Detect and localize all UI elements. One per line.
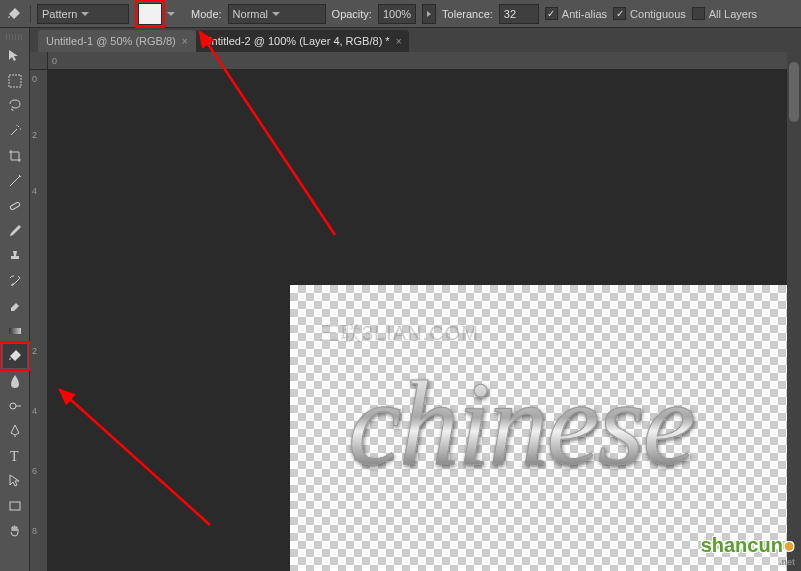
- paint-bucket-tool[interactable]: [3, 344, 27, 368]
- workspace: 0 18 0 2 4 2 4 6 8 三联3LIAN.COM chinese: [30, 52, 801, 571]
- svg-point-3: [10, 403, 16, 409]
- tab-untitled-2[interactable]: Untitled-2 @ 100% (Layer 4, RGB/8) * ×: [196, 30, 410, 52]
- text-tool[interactable]: T: [3, 444, 27, 468]
- move-tool[interactable]: [3, 44, 27, 68]
- document-area: Untitled-1 @ 50% (RGB/8) × Untitled-2 @ …: [30, 28, 801, 571]
- pen-tool[interactable]: [3, 419, 27, 443]
- opacity-flyout[interactable]: [422, 4, 436, 24]
- close-icon[interactable]: ×: [182, 36, 188, 47]
- brush-icon: [7, 223, 23, 239]
- svg-rect-1: [9, 202, 20, 210]
- opacity-label: Opacity:: [332, 8, 372, 20]
- path-selection-tool[interactable]: [3, 469, 27, 493]
- svg-rect-0: [9, 75, 21, 87]
- history-brush-tool[interactable]: [3, 269, 27, 293]
- eraser-icon: [7, 298, 23, 314]
- history-brush-icon: [7, 273, 23, 289]
- blur-tool[interactable]: [3, 369, 27, 393]
- divider: [30, 5, 31, 23]
- pen-icon: [7, 423, 23, 439]
- watermark-text: 三联3LIAN.COM: [320, 320, 479, 347]
- paint-bucket-icon: [7, 348, 23, 364]
- brush-tool[interactable]: [3, 219, 27, 243]
- annotation-highlight-pattern: [135, 0, 165, 28]
- droplet-icon: [7, 373, 23, 389]
- blend-mode-dropdown[interactable]: Normal: [228, 4, 326, 24]
- checkbox-icon: [692, 7, 705, 20]
- svg-rect-5: [10, 502, 20, 510]
- move-icon: [7, 48, 23, 64]
- tab-untitled-1[interactable]: Untitled-1 @ 50% (RGB/8) ×: [38, 30, 196, 52]
- canvas[interactable]: 三联3LIAN.COM chinese: [290, 285, 801, 571]
- hand-icon: [7, 523, 23, 539]
- arrow-icon: [7, 473, 23, 489]
- stamp-icon: [7, 248, 23, 264]
- paint-bucket-icon: [6, 6, 22, 22]
- tools-panel: T: [0, 28, 30, 571]
- antialias-check[interactable]: Anti-alias: [545, 7, 607, 20]
- shape-tool[interactable]: [3, 494, 27, 518]
- options-bar: Pattern Mode: Normal Opacity: 100% Toler…: [0, 0, 801, 28]
- opacity-value[interactable]: 100%: [378, 4, 416, 24]
- scrollbar-thumb[interactable]: [789, 62, 799, 122]
- stamp-tool[interactable]: [3, 244, 27, 268]
- marquee-tool[interactable]: [3, 69, 27, 93]
- bucket-tool-preset[interactable]: [4, 4, 24, 24]
- ruler-vertical[interactable]: 0 2 4 2 4 6 8: [30, 70, 48, 571]
- marquee-icon: [7, 73, 23, 89]
- text-icon: T: [7, 448, 23, 464]
- checkbox-icon: [545, 7, 558, 20]
- svg-rect-2: [9, 328, 21, 334]
- eraser-tool[interactable]: [3, 294, 27, 318]
- hand-tool[interactable]: [3, 519, 27, 543]
- fill-type-value: Pattern: [42, 8, 77, 20]
- crop-tool[interactable]: [3, 144, 27, 168]
- close-icon[interactable]: ×: [396, 36, 402, 47]
- panel-grip[interactable]: [6, 34, 24, 40]
- chevron-down-icon: [81, 12, 89, 16]
- wand-icon: [7, 123, 23, 139]
- mode-label: Mode:: [191, 8, 222, 20]
- main-area: T Untitled-1 @ 50% (RGB/8) × Untitled-2 …: [0, 28, 801, 571]
- ruler-origin[interactable]: [30, 52, 48, 70]
- svg-text:T: T: [10, 449, 19, 464]
- fill-type-dropdown[interactable]: Pattern: [37, 4, 129, 24]
- contiguous-check[interactable]: Contiguous: [613, 7, 686, 20]
- rectangle-icon: [7, 498, 23, 514]
- tolerance-input[interactable]: 32: [499, 4, 539, 24]
- crop-icon: [7, 148, 23, 164]
- eyedropper-icon: [7, 173, 23, 189]
- tab-label: Untitled-1 @ 50% (RGB/8): [46, 35, 176, 47]
- tolerance-label: Tolerance:: [442, 8, 493, 20]
- dodge-tool[interactable]: [3, 394, 27, 418]
- wand-tool[interactable]: [3, 119, 27, 143]
- pattern-picker[interactable]: [138, 3, 162, 25]
- blend-mode-value: Normal: [233, 8, 268, 20]
- watermark-logo: shancun● .net: [701, 534, 795, 567]
- tab-label: Untitled-2 @ 100% (Layer 4, RGB/8) *: [204, 35, 390, 47]
- gradient-icon: [7, 323, 23, 339]
- eyedropper-tool[interactable]: [3, 169, 27, 193]
- lasso-icon: [7, 98, 23, 114]
- chevron-right-icon: [427, 11, 431, 17]
- lasso-tool[interactable]: [3, 94, 27, 118]
- chevron-down-icon: [272, 12, 280, 16]
- scrollbar-vertical[interactable]: [787, 52, 801, 571]
- gradient-tool[interactable]: [3, 319, 27, 343]
- canvas-text-layer: chinese: [348, 355, 694, 493]
- ruler-horizontal[interactable]: 0 18: [48, 52, 801, 70]
- all-layers-check[interactable]: All Layers: [692, 7, 757, 20]
- dodge-icon: [7, 398, 23, 414]
- tabs-bar: Untitled-1 @ 50% (RGB/8) × Untitled-2 @ …: [30, 28, 801, 52]
- bandaid-icon: [7, 198, 23, 214]
- checkbox-icon: [613, 7, 626, 20]
- healing-tool[interactable]: [3, 194, 27, 218]
- canvas-viewport[interactable]: 三联3LIAN.COM chinese: [48, 70, 801, 571]
